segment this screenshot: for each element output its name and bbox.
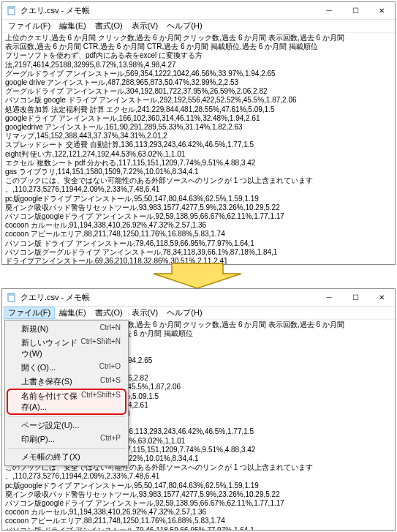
menu-format[interactable]: 書式(O) <box>91 307 127 319</box>
titlebar[interactable]: クエリ.csv - メモ帳 ─ ☐ ✕ <box>2 289 395 307</box>
notepad-icon <box>7 6 17 16</box>
arrow-down-icon <box>0 261 397 290</box>
menu-view[interactable]: 表示(V) <box>127 307 163 319</box>
svg-rect-1 <box>8 7 15 9</box>
notepad-window-after: クエリ.csv - メモ帳 ─ ☐ ✕ ファイル(F) 編集(E) 書式(O) … <box>1 288 396 531</box>
window-title: クエリ.csv - メモ帳 <box>20 5 90 16</box>
menu-edit[interactable]: 編集(E) <box>55 20 91 32</box>
svg-marker-2 <box>154 263 241 288</box>
menu-format[interactable]: 書式(O) <box>91 20 127 32</box>
notepad-window-before: クエリ.csv - メモ帳 ─ ☐ ✕ ファイル(F) 編集(E) 書式(O) … <box>1 1 396 265</box>
menu-separator <box>7 448 126 449</box>
text-content[interactable]: 上位のクエリ,過去 6 か月間 クリック数,過去 6 か月間 クリック数,過去 … <box>2 33 395 264</box>
minimize-button[interactable]: ─ <box>316 289 342 307</box>
menu-new-window[interactable]: 新しいウィンドウ(W)Ctrl+Shift+N <box>7 336 126 361</box>
menu-edit[interactable]: 編集(E) <box>55 307 91 319</box>
menu-open[interactable]: 開く(O)...Ctrl+O <box>7 361 126 375</box>
window-title: クエリ.csv - メモ帳 <box>20 292 90 303</box>
file-menu-dropdown: 新規(N)Ctrl+N 新しいウィンドウ(W)Ctrl+Shift+N 開く(O… <box>4 320 129 466</box>
svg-rect-4 <box>8 293 15 296</box>
menu-page-setup[interactable]: ページ設定(U)... <box>7 419 126 432</box>
maximize-button[interactable]: ☐ <box>342 2 368 20</box>
menu-separator <box>7 416 126 417</box>
menu-view[interactable]: 表示(V) <box>127 20 163 32</box>
menu-save[interactable]: 上書き保存(S)Ctrl+S <box>7 375 126 389</box>
titlebar[interactable]: クエリ.csv - メモ帳 ─ ☐ ✕ <box>2 2 395 20</box>
maximize-button[interactable]: ☐ <box>342 289 368 307</box>
menubar: ファイル(F) 編集(E) 書式(O) 表示(V) ヘルプ(H) <box>2 307 395 320</box>
menu-file[interactable]: ファイル(F) <box>4 20 55 32</box>
menu-save-as[interactable]: 名前を付けて保存(A)...Ctrl+Shift+S <box>7 389 126 415</box>
notepad-icon <box>7 293 17 303</box>
menu-help[interactable]: ヘルプ(H) <box>162 307 206 319</box>
menu-help[interactable]: ヘルプ(H) <box>162 20 206 32</box>
menubar: ファイル(F) 編集(E) 書式(O) 表示(V) ヘルプ(H) <box>2 20 395 33</box>
menu-print[interactable]: 印刷(P)...Ctrl+P <box>7 432 126 446</box>
minimize-button[interactable]: ─ <box>316 2 342 20</box>
menu-file[interactable]: ファイル(F) <box>4 307 55 319</box>
close-button[interactable]: ✕ <box>368 289 395 307</box>
close-button[interactable]: ✕ <box>368 2 395 20</box>
menu-new[interactable]: 新規(N)Ctrl+N <box>7 322 126 336</box>
menu-exit[interactable]: メモ帳の終了(X) <box>7 450 126 464</box>
